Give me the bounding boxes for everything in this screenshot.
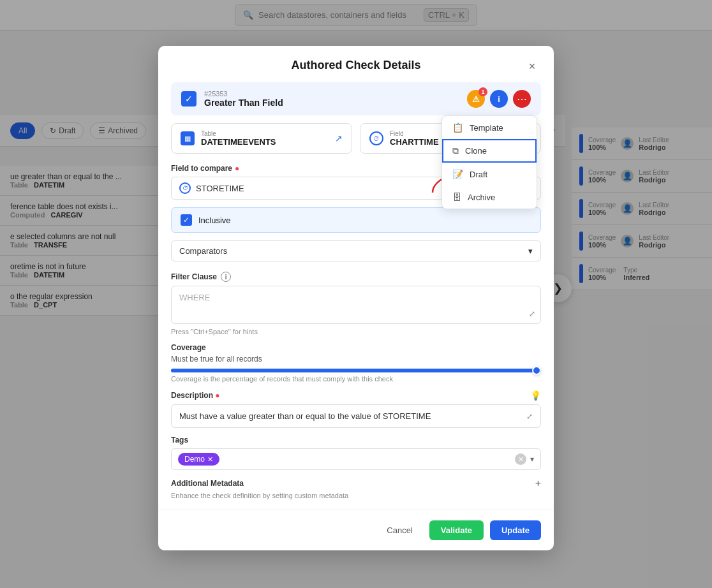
- inclusive-label: Inclusive: [198, 216, 231, 225]
- description-input[interactable]: Must have a value greater than or equal …: [171, 404, 541, 428]
- description-label: Description ● 💡: [171, 390, 541, 401]
- storetime-value: STORETIME: [196, 184, 244, 193]
- draft-icon: 📝: [452, 169, 463, 179]
- field-label: Field: [390, 130, 439, 137]
- dropdown-item-draft[interactable]: 📝 Draft: [442, 163, 537, 186]
- check-checkbox-icon: ✓: [181, 91, 197, 107]
- storetime-icon: ⏱: [179, 182, 191, 194]
- tags-input[interactable]: Demo ✕ ✕ ▾: [171, 448, 541, 470]
- metadata-header: Additional Metadata +: [171, 478, 541, 489]
- field-info: Field CHARTTIME: [390, 130, 439, 147]
- check-details: #25353 Greater Than Field: [204, 90, 283, 108]
- warning-badge: 1: [478, 87, 487, 96]
- filter-textarea[interactable]: WHERE ⤢: [171, 286, 541, 324]
- coverage-slider-thumb: [532, 366, 541, 375]
- tags-chevron-icon: ▾: [530, 455, 534, 464]
- tag-remove-button[interactable]: ✕: [207, 455, 213, 464]
- more-options-button[interactable]: ⋯: [513, 90, 531, 108]
- dropdown-item-label: Clone: [465, 146, 487, 156]
- dropdown-item-label: Template: [470, 123, 503, 133]
- dropdown-item-label: Archive: [468, 193, 495, 202]
- coverage-section: Coverage Must be true for all records Co…: [171, 343, 541, 383]
- modal-header: Authored Check Details ×: [158, 46, 554, 72]
- comparators-select[interactable]: Comparators ▾: [171, 240, 541, 261]
- table-info: Table DATETIMEEVENTS: [201, 130, 276, 147]
- check-info-row: ✓ #25353 Greater Than Field ⚠ 1 i ⋯ 📋 Te…: [171, 82, 541, 115]
- dropdown-item-label: Draft: [470, 170, 487, 179]
- modal-footer: Cancel Validate Update: [158, 510, 554, 550]
- info-icon: i: [490, 90, 508, 108]
- modal-title: Authored Check Details: [291, 59, 420, 72]
- check-info-left: ✓ #25353 Greater Than Field: [181, 90, 283, 108]
- filter-clause-label: Filter Clause i: [171, 272, 541, 282]
- check-id: #25353: [204, 90, 283, 98]
- tags-clear-button[interactable]: ✕: [515, 453, 526, 465]
- tags-section: Tags Demo ✕ ✕ ▾: [171, 436, 541, 470]
- expand-icon: ⤢: [529, 309, 535, 318]
- form-section: Field to compare ● ⏱ STORETIME ▾ ✓ Inclu…: [158, 164, 554, 499]
- metadata-section: Additional Metadata + Enhance the check …: [171, 478, 541, 499]
- coverage-description: Coverage is the percentage of records th…: [171, 375, 541, 383]
- table-link-icon[interactable]: ↗: [335, 133, 343, 143]
- warning-icon: ⚠ 1: [467, 90, 485, 108]
- required-dot: ●: [235, 164, 239, 173]
- check-icons-right: ⚠ 1 i ⋯ 📋 Template ⧉ Clone 📝 Draft: [467, 90, 531, 108]
- field-icon: ⏱: [369, 131, 383, 145]
- filter-hint: Press "Ctrl+Space" for hints: [171, 328, 541, 335]
- tags-label: Tags: [171, 436, 541, 445]
- template-icon: 📋: [452, 122, 463, 133]
- validate-button[interactable]: Validate: [429, 520, 484, 540]
- dropdown-menu: 📋 Template ⧉ Clone 📝 Draft 🗄 Archive: [441, 115, 537, 209]
- description-expand-icon: ⤢: [526, 412, 533, 421]
- cancel-button[interactable]: Cancel: [376, 520, 422, 540]
- comparators-chevron-icon: ▾: [528, 246, 533, 256]
- dropdown-item-clone[interactable]: ⧉ Clone: [442, 139, 537, 163]
- description-value: Must have a value greater than or equal …: [179, 411, 431, 421]
- description-section: Description ● 💡 Must have a value greate…: [171, 390, 541, 428]
- filter-clause-section: Filter Clause i WHERE ⤢ Press "Ctrl+Spac…: [171, 272, 541, 335]
- coverage-slider[interactable]: [171, 369, 541, 372]
- update-button[interactable]: Update: [490, 520, 541, 540]
- table-icon: ▦: [181, 131, 195, 145]
- modal: Authored Check Details × ✓ #25353 Greate…: [158, 46, 554, 550]
- dropdown-item-archive[interactable]: 🗄 Archive: [442, 186, 537, 209]
- description-required-dot: ●: [215, 391, 219, 400]
- coverage-slider-fill: [171, 369, 541, 372]
- filter-placeholder: WHERE: [179, 293, 210, 302]
- metadata-add-button[interactable]: +: [535, 478, 541, 489]
- dropdown-item-template[interactable]: 📋 Template: [442, 116, 537, 139]
- coverage-label: Coverage: [171, 343, 541, 352]
- archive-icon: 🗄: [452, 192, 461, 202]
- inclusive-checkbox[interactable]: ✓: [181, 214, 192, 226]
- metadata-label: Additional Metadata: [171, 479, 244, 488]
- check-name: Greater Than Field: [204, 98, 283, 108]
- inclusive-row[interactable]: ✓ Inclusive: [171, 207, 541, 233]
- tags-right: ✕ ▾: [515, 453, 534, 465]
- info-circle-icon: i: [221, 272, 231, 282]
- metadata-description: Enhance the check definition by setting …: [171, 492, 541, 499]
- close-button[interactable]: ×: [523, 57, 541, 75]
- comparators-label: Comparators: [179, 246, 227, 256]
- tag-chip-demo: Demo ✕: [178, 453, 219, 466]
- clone-icon: ⧉: [452, 145, 459, 156]
- table-box: ▦ Table DATETIMEEVENTS ↗: [171, 123, 352, 154]
- tag-label: Demo: [184, 455, 205, 464]
- lightbulb-icon: 💡: [530, 390, 541, 401]
- coverage-subtitle: Must be true for all records: [171, 355, 541, 364]
- field-value: CHARTTIME: [390, 137, 439, 147]
- table-value: DATETIMEEVENTS: [201, 137, 276, 147]
- table-label: Table: [201, 130, 276, 137]
